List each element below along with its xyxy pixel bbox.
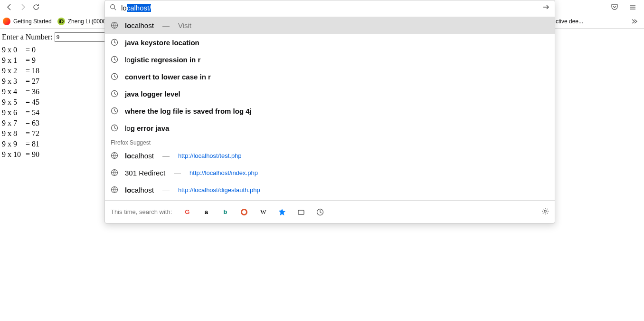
suggestion-title: 301 Redirect	[125, 169, 165, 177]
suggestion-history[interactable]: java logger level	[105, 85, 555, 102]
globe-icon	[111, 21, 118, 29]
suggestion-history[interactable]: log error java	[105, 119, 555, 136]
bookmark-label: Getting Started	[13, 18, 52, 25]
visit-label: Visit	[178, 21, 191, 29]
go-button[interactable]	[542, 3, 550, 12]
suggestion-history[interactable]: convert to lower case in r	[105, 68, 555, 85]
search-settings-button[interactable]	[541, 207, 549, 216]
bing-icon[interactable]: b	[221, 208, 229, 216]
suggestion-title: localhost	[125, 152, 154, 160]
clock-icon	[111, 56, 118, 63]
suggestion-title: localhost	[125, 21, 154, 29]
suggestion-title: log error java	[125, 124, 169, 132]
google-icon[interactable]: G	[183, 208, 191, 216]
suggestion-history[interactable]: logistic regression in r	[105, 51, 555, 68]
firefox-suggest-header: Firefox Suggest	[105, 136, 555, 147]
suggestion-history[interactable]: java keystore location	[105, 34, 555, 51]
forward-button[interactable]	[16, 0, 29, 14]
bookmark-truncated[interactable]: ctive dee...	[556, 18, 583, 25]
duckduckgo-icon[interactable]	[240, 208, 248, 216]
urlbar-dropdown: localhost/ localhost — Visit java keysto…	[104, 0, 555, 224]
orcid-icon: iD	[57, 18, 65, 25]
svg-point-0	[111, 4, 115, 9]
suggestion-visit[interactable]: localhost — Visit	[105, 17, 555, 34]
suggestion-url[interactable]: 301 Redirect—http://localhost/index.php	[105, 164, 555, 181]
wikipedia-icon[interactable]: W	[259, 208, 267, 216]
clock-icon	[111, 39, 118, 46]
clock-icon	[111, 124, 118, 132]
pocket-button[interactable]	[608, 0, 621, 14]
bookmark-getting-started[interactable]: Getting Started	[3, 18, 52, 25]
suggestion-list: localhost — Visit java keystore location…	[105, 15, 555, 200]
tabs-engine-icon[interactable]	[297, 208, 305, 216]
back-button[interactable]	[3, 0, 16, 14]
globe-icon	[111, 152, 118, 159]
engine-icons: G a b W	[183, 208, 324, 216]
clock-icon	[111, 107, 118, 115]
urlbar-text[interactable]: localhost/	[121, 4, 538, 12]
svg-rect-13	[298, 210, 304, 214]
svg-point-12	[242, 210, 246, 214]
suggestion-title: java logger level	[125, 90, 180, 98]
suggestion-title: java keystore location	[125, 39, 199, 47]
reload-button[interactable]	[29, 0, 43, 14]
amazon-icon[interactable]: a	[202, 208, 210, 216]
suggestion-url[interactable]: localhost—http://localhost/test.php	[105, 147, 555, 164]
suggestion-title: convert to lower case in r	[125, 73, 211, 81]
urlbar-input-row[interactable]: localhost/	[105, 0, 555, 15]
app-menu-button[interactable]	[626, 0, 639, 14]
clock-icon	[111, 90, 118, 97]
suggestion-title: logistic regression in r	[125, 56, 200, 64]
suggestion-history[interactable]: where the log file is saved from log 4j	[105, 102, 555, 119]
suggestion-url[interactable]: localhost—http://localhost/digestauth.ph…	[105, 181, 555, 198]
globe-icon	[111, 169, 118, 176]
suggestion-title: where the log file is saved from log 4j	[125, 107, 252, 115]
history-engine-icon[interactable]	[316, 208, 324, 216]
svg-point-15	[544, 210, 546, 212]
search-strip-label: This time, search with:	[111, 208, 172, 215]
suggestion-url-text: http://localhost/test.php	[178, 152, 242, 159]
input-label: Enter a Number:	[2, 33, 53, 41]
suggestion-url-text: http://localhost/digestauth.php	[178, 186, 260, 194]
suggestion-url-text: http://localhost/index.php	[189, 169, 258, 176]
search-engine-strip: This time, search with: G a b W	[105, 200, 555, 223]
suggestion-title: localhost	[125, 186, 154, 194]
bookmark-zheng-li[interactable]: iD Zheng Li (0000-	[57, 18, 108, 25]
bookmarks-engine-icon[interactable]	[278, 208, 286, 216]
bookmark-label: Zheng Li (0000-	[68, 18, 108, 25]
search-icon	[110, 4, 116, 12]
bookmarks-overflow-button[interactable]	[628, 15, 641, 28]
globe-icon	[111, 186, 118, 194]
clock-icon	[111, 73, 118, 80]
firefox-icon	[3, 18, 10, 25]
